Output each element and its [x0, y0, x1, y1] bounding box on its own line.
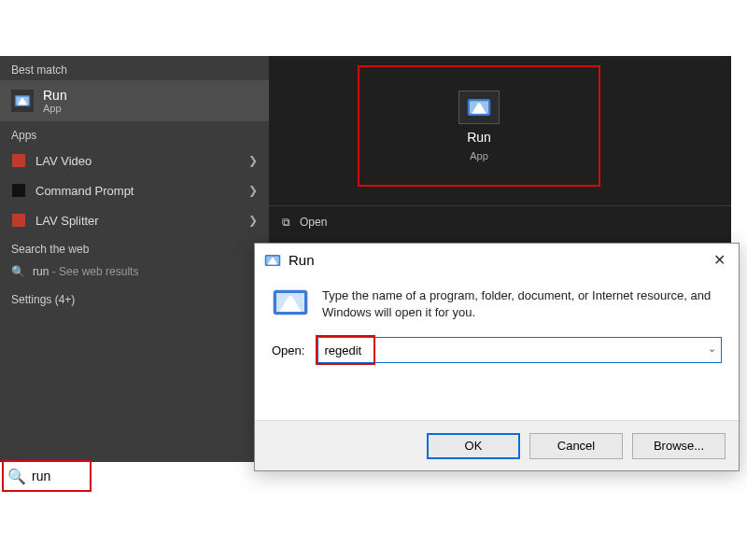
- chevron-right-icon: ❯: [248, 184, 258, 197]
- best-match-label: Best match: [0, 56, 269, 80]
- run-dialog-description: Type the name of a program, folder, docu…: [322, 287, 722, 320]
- settings-label[interactable]: Settings (4+): [0, 284, 269, 315]
- web-result-item[interactable]: 🔍 run - See web results: [0, 259, 269, 284]
- search-preview-pane: Run App ⧉ Open: [269, 56, 731, 243]
- svg-rect-3: [12, 184, 25, 197]
- search-icon: 🔍: [7, 468, 26, 485]
- ok-button[interactable]: OK: [427, 433, 520, 459]
- close-button[interactable]: ✕: [710, 251, 729, 269]
- chevron-right-icon: ❯: [248, 214, 258, 227]
- search-input[interactable]: [32, 469, 261, 483]
- run-dialog: Run ✕ Type the name of a program, folder…: [254, 243, 740, 471]
- search-web-label: Search the web: [0, 235, 269, 259]
- app-item-lav-splitter[interactable]: LAV Splitter ❯: [0, 205, 269, 235]
- annotation-highlight: Run App: [358, 65, 600, 187]
- app-name: LAV Video: [35, 154, 92, 168]
- chevron-right-icon: ❯: [248, 154, 258, 167]
- run-icon: [264, 254, 281, 267]
- app-name: Command Prompt: [35, 184, 134, 198]
- app-item-lav-video[interactable]: LAV Video ❯: [0, 146, 269, 175]
- run-dialog-titlebar: Run ✕: [255, 244, 739, 276]
- app-icon: [11, 213, 26, 228]
- preview-open-action[interactable]: ⧉ Open: [269, 205, 731, 238]
- run-dialog-footer: OK Cancel Browse...: [255, 420, 739, 470]
- start-menu-pane: Best match Run App Apps LAV Video ❯ Comm…: [0, 56, 269, 485]
- app-icon: [11, 153, 26, 168]
- browse-button[interactable]: Browse...: [632, 433, 726, 459]
- app-item-command-prompt[interactable]: Command Prompt ❯: [0, 175, 269, 205]
- svg-rect-2: [12, 154, 25, 167]
- web-suffix: - See web results: [49, 265, 138, 278]
- open-label: Open:: [272, 343, 304, 357]
- web-term: run: [33, 265, 49, 278]
- best-match-title: Run: [43, 88, 67, 103]
- open-icon: ⧉: [282, 216, 290, 229]
- run-dialog-title: Run: [289, 252, 315, 268]
- apps-label: Apps: [0, 121, 269, 146]
- preview-title: Run: [467, 130, 491, 145]
- app-icon: [11, 183, 26, 198]
- cancel-button[interactable]: Cancel: [529, 433, 623, 459]
- best-match-subtitle: App: [43, 103, 67, 114]
- best-match-item[interactable]: Run App: [0, 80, 269, 121]
- open-label: Open: [300, 216, 327, 229]
- run-icon: [458, 91, 500, 124]
- open-input[interactable]: [317, 337, 722, 363]
- run-icon: [11, 90, 34, 112]
- search-icon: 🔍: [11, 265, 25, 278]
- preview-subtitle: App: [470, 150, 488, 161]
- taskbar-search[interactable]: 🔍: [0, 462, 269, 490]
- svg-rect-4: [12, 214, 25, 227]
- app-name: LAV Splitter: [35, 214, 99, 228]
- run-icon: [272, 287, 309, 319]
